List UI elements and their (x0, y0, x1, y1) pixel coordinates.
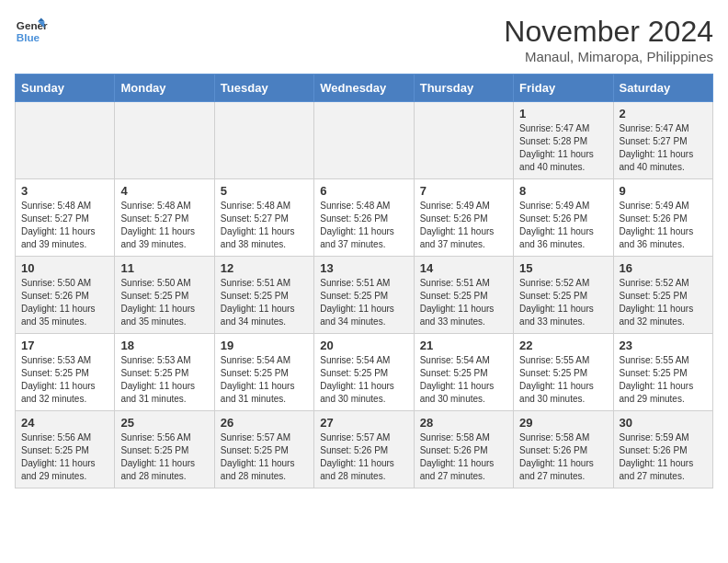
day-number: 6 (320, 184, 407, 198)
day-info: Sunrise: 5:55 AM Sunset: 5:25 PM Dayligh… (620, 354, 707, 406)
logo: General Blue (15, 15, 48, 48)
calendar-cell: 18Sunrise: 5:53 AM Sunset: 5:25 PM Dayli… (115, 334, 214, 411)
weekday-header-saturday: Saturday (613, 75, 712, 102)
calendar-cell: 17Sunrise: 5:53 AM Sunset: 5:25 PM Dayli… (16, 334, 115, 411)
day-info: Sunrise: 5:52 AM Sunset: 5:25 PM Dayligh… (620, 277, 707, 328)
calendar-cell: 25Sunrise: 5:56 AM Sunset: 5:25 PM Dayli… (115, 411, 214, 488)
calendar-cell: 9Sunrise: 5:49 AM Sunset: 5:26 PM Daylig… (613, 179, 712, 257)
day-number: 9 (620, 184, 707, 198)
calendar-cell: 23Sunrise: 5:55 AM Sunset: 5:25 PM Dayli… (613, 334, 712, 411)
day-number: 15 (519, 261, 607, 275)
day-number: 8 (519, 184, 607, 198)
day-number: 29 (519, 416, 607, 430)
day-number: 22 (519, 339, 607, 352)
day-number: 30 (620, 416, 707, 430)
weekday-header-row: SundayMondayTuesdayWednesdayThursdayFrid… (16, 75, 713, 102)
day-info: Sunrise: 5:48 AM Sunset: 5:26 PM Dayligh… (320, 200, 407, 251)
day-number: 5 (221, 184, 308, 198)
day-number: 19 (221, 339, 308, 352)
day-number: 28 (420, 416, 507, 430)
day-info: Sunrise: 5:48 AM Sunset: 5:27 PM Dayligh… (21, 200, 108, 251)
svg-text:Blue: Blue (17, 31, 40, 43)
calendar-cell: 1Sunrise: 5:47 AM Sunset: 5:28 PM Daylig… (514, 102, 613, 179)
location-subtitle: Manaul, Mimaropa, Philippines (504, 49, 713, 64)
day-info: Sunrise: 5:49 AM Sunset: 5:26 PM Dayligh… (519, 200, 607, 251)
day-info: Sunrise: 5:50 AM Sunset: 5:26 PM Dayligh… (21, 277, 108, 328)
calendar-cell: 28Sunrise: 5:58 AM Sunset: 5:26 PM Dayli… (414, 411, 513, 488)
weekday-header-tuesday: Tuesday (214, 75, 313, 102)
calendar-cell: 24Sunrise: 5:56 AM Sunset: 5:25 PM Dayli… (16, 411, 115, 488)
calendar-cell (314, 102, 414, 179)
day-info: Sunrise: 5:59 AM Sunset: 5:26 PM Dayligh… (620, 431, 707, 483)
day-number: 12 (221, 261, 308, 275)
calendar-cell: 3Sunrise: 5:48 AM Sunset: 5:27 PM Daylig… (16, 179, 115, 257)
calendar-cell (414, 102, 513, 179)
calendar-cell: 15Sunrise: 5:52 AM Sunset: 5:25 PM Dayli… (514, 257, 613, 334)
weekday-header-thursday: Thursday (414, 75, 513, 102)
day-number: 21 (420, 339, 507, 352)
day-info: Sunrise: 5:48 AM Sunset: 5:27 PM Dayligh… (120, 200, 208, 251)
day-info: Sunrise: 5:57 AM Sunset: 5:26 PM Dayligh… (320, 431, 407, 483)
day-number: 2 (620, 107, 707, 121)
day-info: Sunrise: 5:52 AM Sunset: 5:25 PM Dayligh… (519, 277, 607, 328)
month-title: November 2024 (504, 15, 713, 49)
calendar-cell: 12Sunrise: 5:51 AM Sunset: 5:25 PM Dayli… (214, 257, 313, 334)
day-number: 24 (21, 416, 108, 430)
calendar-cell (16, 102, 115, 179)
day-number: 23 (620, 339, 707, 352)
calendar-cell: 30Sunrise: 5:59 AM Sunset: 5:26 PM Dayli… (613, 411, 712, 488)
calendar-cell: 20Sunrise: 5:54 AM Sunset: 5:25 PM Dayli… (314, 334, 414, 411)
day-number: 10 (21, 261, 108, 275)
calendar-cell: 4Sunrise: 5:48 AM Sunset: 5:27 PM Daylig… (115, 179, 214, 257)
calendar-cell: 2Sunrise: 5:47 AM Sunset: 5:27 PM Daylig… (613, 102, 712, 179)
calendar-table: SundayMondayTuesdayWednesdayThursdayFrid… (15, 74, 713, 488)
weekday-header-friday: Friday (514, 75, 613, 102)
calendar-cell: 19Sunrise: 5:54 AM Sunset: 5:25 PM Dayli… (214, 334, 313, 411)
day-info: Sunrise: 5:50 AM Sunset: 5:25 PM Dayligh… (120, 277, 208, 328)
day-info: Sunrise: 5:58 AM Sunset: 5:26 PM Dayligh… (420, 431, 507, 483)
calendar-cell: 10Sunrise: 5:50 AM Sunset: 5:26 PM Dayli… (16, 257, 115, 334)
day-info: Sunrise: 5:56 AM Sunset: 5:25 PM Dayligh… (21, 431, 108, 483)
day-number: 20 (320, 339, 407, 352)
calendar-cell: 14Sunrise: 5:51 AM Sunset: 5:25 PM Dayli… (414, 257, 513, 334)
day-info: Sunrise: 5:57 AM Sunset: 5:25 PM Dayligh… (221, 431, 308, 483)
day-number: 26 (221, 416, 308, 430)
day-info: Sunrise: 5:54 AM Sunset: 5:25 PM Dayligh… (320, 354, 407, 406)
day-number: 18 (120, 339, 208, 352)
day-info: Sunrise: 5:58 AM Sunset: 5:26 PM Dayligh… (519, 431, 607, 483)
day-number: 17 (21, 339, 108, 352)
calendar-cell: 8Sunrise: 5:49 AM Sunset: 5:26 PM Daylig… (514, 179, 613, 257)
day-info: Sunrise: 5:47 AM Sunset: 5:28 PM Dayligh… (519, 122, 607, 174)
calendar-cell (115, 102, 214, 179)
day-info: Sunrise: 5:51 AM Sunset: 5:25 PM Dayligh… (320, 277, 407, 328)
day-info: Sunrise: 5:54 AM Sunset: 5:25 PM Dayligh… (420, 354, 507, 406)
calendar-cell: 16Sunrise: 5:52 AM Sunset: 5:25 PM Dayli… (613, 257, 712, 334)
calendar-cell: 6Sunrise: 5:48 AM Sunset: 5:26 PM Daylig… (314, 179, 414, 257)
calendar-cell: 5Sunrise: 5:48 AM Sunset: 5:27 PM Daylig… (214, 179, 313, 257)
logo-icon: General Blue (15, 15, 48, 48)
day-info: Sunrise: 5:49 AM Sunset: 5:26 PM Dayligh… (620, 200, 707, 251)
day-info: Sunrise: 5:51 AM Sunset: 5:25 PM Dayligh… (420, 277, 507, 328)
day-info: Sunrise: 5:54 AM Sunset: 5:25 PM Dayligh… (221, 354, 308, 406)
calendar-cell: 27Sunrise: 5:57 AM Sunset: 5:26 PM Dayli… (314, 411, 414, 488)
week-row-1: 1Sunrise: 5:47 AM Sunset: 5:28 PM Daylig… (16, 102, 713, 179)
calendar-cell: 7Sunrise: 5:49 AM Sunset: 5:26 PM Daylig… (414, 179, 513, 257)
day-number: 11 (120, 261, 208, 275)
week-row-5: 24Sunrise: 5:56 AM Sunset: 5:25 PM Dayli… (16, 411, 713, 488)
week-row-4: 17Sunrise: 5:53 AM Sunset: 5:25 PM Dayli… (16, 334, 713, 411)
title-block: November 2024 Manaul, Mimaropa, Philippi… (504, 15, 713, 64)
weekday-header-wednesday: Wednesday (314, 75, 414, 102)
day-number: 27 (320, 416, 407, 430)
day-info: Sunrise: 5:56 AM Sunset: 5:25 PM Dayligh… (120, 431, 208, 483)
calendar-cell: 13Sunrise: 5:51 AM Sunset: 5:25 PM Dayli… (314, 257, 414, 334)
day-number: 25 (120, 416, 208, 430)
calendar-cell (214, 102, 313, 179)
calendar-cell: 11Sunrise: 5:50 AM Sunset: 5:25 PM Dayli… (115, 257, 214, 334)
calendar-cell: 26Sunrise: 5:57 AM Sunset: 5:25 PM Dayli… (214, 411, 313, 488)
day-info: Sunrise: 5:53 AM Sunset: 5:25 PM Dayligh… (120, 354, 208, 406)
day-info: Sunrise: 5:55 AM Sunset: 5:25 PM Dayligh… (519, 354, 607, 406)
day-number: 13 (320, 261, 407, 275)
day-number: 3 (21, 184, 108, 198)
calendar-cell: 22Sunrise: 5:55 AM Sunset: 5:25 PM Dayli… (514, 334, 613, 411)
day-number: 16 (620, 261, 707, 275)
